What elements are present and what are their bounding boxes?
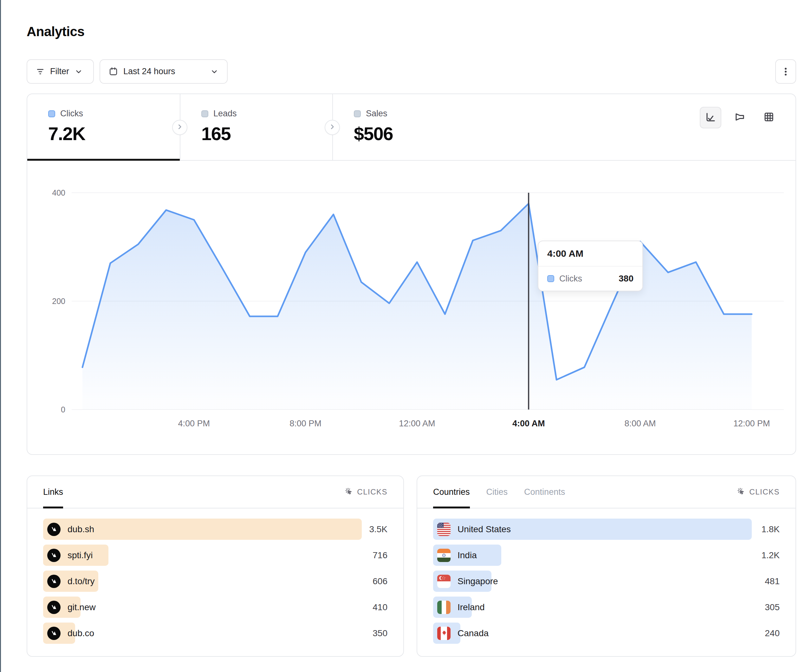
links-panel: Links CLICKS dub.sh 3.5K spti.fyi 716 d.… (27, 476, 404, 657)
date-range-label: Last 24 hours (123, 67, 175, 77)
links-tab-links[interactable]: Links (43, 476, 63, 508)
country-row[interactable]: India 1.2K (433, 544, 780, 566)
dub-logo-icon (47, 601, 61, 614)
analytics-card: Clicks 7.2K Leads 165 Sales $506 0200400… (27, 94, 796, 455)
countries-metric-label: CLICKS (749, 488, 780, 496)
tooltip-value: 380 (619, 273, 633, 284)
flag-us-icon (437, 523, 450, 536)
row-value: 305 (765, 597, 780, 618)
stat-tab-clicks[interactable]: Clicks 7.2K (27, 94, 180, 160)
countries-tab-continents[interactable]: Continents (524, 476, 565, 508)
svg-text:200: 200 (52, 297, 65, 305)
row-value: 481 (765, 571, 780, 592)
more-options-button[interactable] (775, 59, 796, 84)
row-label: git.new (68, 602, 96, 612)
dub-logo-icon (47, 575, 61, 588)
row-label: United States (457, 524, 511, 534)
row-value: 606 (372, 571, 387, 592)
row-value: 410 (372, 597, 387, 618)
grid-icon (763, 111, 774, 124)
funnel-icon (734, 111, 745, 124)
row-value: 3.5K (369, 518, 387, 540)
row-value: 1.2K (761, 544, 780, 566)
row-label: dub.sh (68, 524, 94, 534)
links-metric-label: CLICKS (357, 488, 387, 496)
expand-stats-button[interactable] (325, 120, 340, 135)
country-row[interactable]: Singapore 481 (433, 571, 780, 592)
filter-button-label: Filter (50, 67, 69, 77)
stat-label: Clicks (60, 109, 83, 119)
svg-text:4:00 PM: 4:00 PM (178, 419, 210, 428)
row-label: Ireland (457, 602, 485, 612)
country-row[interactable]: United States 1.8K (433, 518, 780, 540)
link-row[interactable]: dub.sh 3.5K (43, 518, 387, 540)
countries-metric-toggle[interactable]: CLICKS (736, 486, 780, 498)
svg-text:12:00 PM: 12:00 PM (734, 419, 770, 428)
links-panel-header: Links CLICKS (27, 476, 403, 508)
kebab-menu-icon (780, 66, 791, 77)
page-title: Analytics (27, 24, 84, 39)
chevron-right-icon (176, 123, 184, 132)
row-label: spti.fyi (68, 550, 92, 560)
line-chart-icon (705, 111, 716, 124)
line-chart-view-button[interactable] (700, 107, 721, 128)
leads-legend-chip (201, 110, 208, 117)
countries-panel-header: CountriesCitiesContinents CLICKS (417, 476, 795, 508)
row-value: 1.8K (761, 518, 780, 540)
analytics-page: Analytics Filter Last 24 hours Clicks 7.… (0, 0, 812, 672)
stats-header: Clicks 7.2K Leads 165 Sales $506 (27, 94, 795, 161)
svg-text:8:00 AM: 8:00 AM (624, 419, 656, 428)
calendar-icon (108, 67, 118, 77)
grid-view-button[interactable] (758, 107, 780, 128)
link-row[interactable]: d.to/try 606 (43, 571, 387, 592)
country-row[interactable]: Ireland 305 (433, 597, 780, 618)
row-label: Singapore (457, 576, 498, 587)
sales-legend-chip (354, 110, 361, 117)
dub-logo-icon (47, 549, 61, 562)
svg-text:0: 0 (61, 405, 65, 414)
svg-text:400: 400 (52, 188, 65, 197)
link-row[interactable]: spti.fyi 716 (43, 544, 387, 566)
svg-text:8:00 PM: 8:00 PM (290, 419, 321, 428)
country-row[interactable]: Canada 240 (433, 623, 780, 644)
row-value: 350 (372, 623, 387, 644)
chart-tooltip: 4:00 AM Clicks 380 (538, 240, 643, 291)
cursor-click-icon (736, 486, 745, 498)
links-metric-toggle[interactable]: CLICKS (344, 486, 387, 498)
clicks-legend-chip (48, 110, 55, 117)
clicks-legend-chip (547, 275, 554, 282)
expand-stats-button[interactable] (172, 120, 188, 135)
row-value: 240 (765, 623, 780, 644)
flag-ie-icon (437, 601, 450, 614)
chevron-down-icon (74, 67, 83, 76)
link-row[interactable]: git.new 410 (43, 597, 387, 618)
cursor-click-icon (344, 486, 353, 498)
dub-logo-icon (47, 523, 61, 536)
filter-icon (36, 67, 45, 77)
stat-label: Leads (213, 109, 237, 119)
row-label: Canada (457, 628, 489, 638)
flag-ca-icon (437, 627, 450, 640)
flag-sg-icon (437, 575, 450, 588)
chevron-down-icon (210, 67, 219, 76)
svg-text:4:00 AM: 4:00 AM (512, 419, 545, 428)
row-label: d.to/try (68, 576, 95, 587)
flag-in-icon (437, 549, 450, 562)
countries-tab-cities[interactable]: Cities (486, 476, 508, 508)
filter-button[interactable]: Filter (27, 59, 94, 84)
countries-panel: CountriesCitiesContinents CLICKS United … (416, 476, 796, 657)
date-range-button[interactable]: Last 24 hours (99, 59, 228, 84)
chevron-right-icon (328, 123, 336, 132)
row-label: India (457, 550, 477, 560)
link-row[interactable]: dub.co 350 (43, 623, 387, 644)
funnel-view-button[interactable] (729, 107, 751, 128)
window-left-edge (0, 0, 1, 672)
stat-tab-leads[interactable]: Leads 165 (180, 94, 332, 160)
dub-logo-icon (47, 627, 61, 640)
stat-label: Sales (366, 109, 387, 119)
clicks-chart[interactable]: 02004004:00 PM8:00 PM12:00 AM4:00 AM8:00… (27, 161, 795, 454)
tooltip-series-label: Clicks (559, 274, 582, 284)
countries-tab-countries[interactable]: Countries (433, 476, 470, 508)
row-label: dub.co (68, 628, 94, 638)
svg-text:12:00 AM: 12:00 AM (399, 419, 435, 428)
